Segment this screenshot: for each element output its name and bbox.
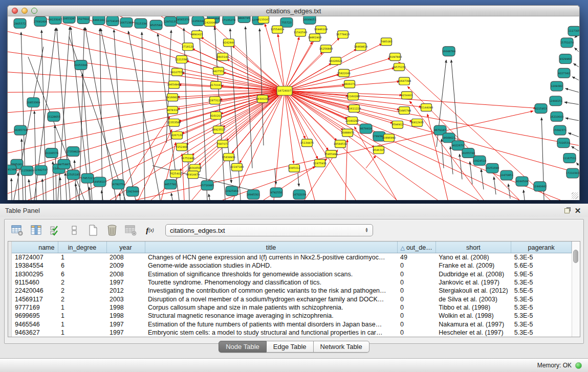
- graph-node[interactable]: 9227342: [558, 68, 570, 78]
- network-canvas[interactable]: 2905572276914061813304710653287152760264…: [7, 16, 580, 200]
- graph-node[interactable]: 17957223: [81, 173, 94, 183]
- graph-node[interactable]: 17016534: [557, 138, 570, 148]
- graph-node[interactable]: 9160203: [210, 112, 222, 119]
- graph-node[interactable]: 15692371: [553, 125, 567, 135]
- column-header-in-degree[interactable]: in_degree: [58, 242, 106, 253]
- graph-node[interactable]: 15128655: [47, 112, 60, 121]
- table-cell[interactable]: 2008: [106, 270, 145, 278]
- table-cell[interactable]: Tibbo et al. (1998): [435, 303, 511, 312]
- graph-node[interactable]: 9890415: [191, 31, 203, 38]
- graph-node[interactable]: 9806074: [343, 80, 355, 88]
- table-cell[interactable]: 1997: [106, 329, 145, 337]
- graph-node[interactable]: 9457791: [164, 180, 177, 189]
- delete-table-icon[interactable]: [105, 224, 119, 237]
- table-cell[interactable]: 5.3E-5: [511, 253, 572, 262]
- graph-node[interactable]: 20206576: [45, 148, 58, 158]
- network-window[interactable]: citations_edges.txt 29055722769140618133…: [7, 5, 580, 200]
- column-header-pagerank[interactable]: pagerank: [511, 242, 572, 253]
- table-cell[interactable]: 5.3E-5: [511, 295, 572, 303]
- graph-node[interactable]: 18300295: [256, 95, 269, 103]
- graph-node[interactable]: 9345012: [288, 164, 300, 172]
- graph-node[interactable]: 17135278: [222, 16, 235, 25]
- tab-edge-table[interactable]: Edge Table: [267, 341, 314, 353]
- graph-node[interactable]: 2391349: [8, 165, 16, 174]
- window-titlebar[interactable]: citations_edges.txt: [7, 5, 580, 16]
- table-cell[interactable]: 5.3E-5: [511, 320, 572, 328]
- table-scrollbar[interactable]: [572, 242, 580, 337]
- graph-node[interactable]: 1117305: [568, 26, 579, 36]
- graph-node[interactable]: 22420046: [203, 18, 216, 26]
- graph-node[interactable]: 19166825: [166, 94, 179, 101]
- graph-node[interactable]: 12923446: [126, 187, 139, 196]
- table-cell[interactable]: 2009: [106, 261, 145, 270]
- graph-node[interactable]: 10647394: [398, 77, 411, 85]
- graph-hub-node[interactable]: 18724007: [277, 86, 292, 95]
- graph-node[interactable]: 10719185: [106, 16, 119, 26]
- table-cell[interactable]: Stergiakouli et al. (2012): [435, 287, 511, 295]
- table-cell[interactable]: Wolkin et al. (1998): [435, 312, 511, 320]
- graph-node[interactable]: 15495794: [398, 107, 411, 115]
- graph-node[interactable]: 12505185: [67, 170, 80, 180]
- table-cell[interactable]: 2: [58, 278, 106, 287]
- graph-node[interactable]: 15751074: [560, 38, 574, 48]
- table-cell[interactable]: 1: [58, 312, 106, 320]
- table-cell[interactable]: 0: [397, 329, 435, 337]
- table-cell[interactable]: 6: [58, 261, 106, 270]
- graph-node[interactable]: 15834931: [222, 154, 235, 161]
- table-cell[interactable]: Jankovic et al. (1997): [435, 278, 511, 287]
- graph-node[interactable]: 11156869: [20, 166, 34, 176]
- table-cell[interactable]: 1: [58, 329, 106, 337]
- graph-node[interactable]: 11542543: [294, 29, 307, 36]
- column-header-year[interactable]: year: [106, 242, 145, 253]
- table-cell[interactable]: Yano et al. (2008): [435, 253, 511, 262]
- table-cell[interactable]: 5.3E-5: [511, 303, 572, 312]
- table-cell[interactable]: Embryonic stem cells: a model to study s…: [145, 329, 397, 337]
- graph-node[interactable]: 12160281: [346, 93, 360, 100]
- graph-node[interactable]: 12554419: [271, 26, 284, 33]
- graph-node[interactable]: 15716485: [201, 181, 214, 190]
- scrollbar-thumb[interactable]: [573, 250, 578, 263]
- table-row[interactable]: 969969511998Structural magnetic resonanc…: [12, 312, 572, 320]
- function-builder-icon[interactable]: f(x): [143, 224, 157, 237]
- zoom-window-button[interactable]: [31, 8, 37, 14]
- graph-node[interactable]: 19861903: [308, 34, 321, 41]
- graph-node[interactable]: 18133047: [49, 16, 62, 24]
- table-cell[interactable]: 9463627: [12, 329, 58, 337]
- graph-node[interactable]: 10197183: [230, 163, 244, 171]
- graph-node[interactable]: 16256843: [319, 45, 333, 53]
- table-cell[interactable]: 2012: [106, 287, 145, 295]
- table-row[interactable]: 1938455462009Genome-wide association stu…: [12, 261, 572, 270]
- graph-node[interactable]: 2803144: [216, 53, 228, 61]
- graph-node[interactable]: 15955494: [324, 150, 338, 158]
- graph-node[interactable]: 22040292: [345, 117, 359, 124]
- graph-node[interactable]: 2718120: [182, 43, 193, 51]
- table-cell[interactable]: 0: [397, 270, 435, 278]
- graph-node[interactable]: 16649051: [303, 16, 316, 24]
- table-cell[interactable]: 0: [397, 261, 435, 270]
- table-cell[interactable]: 0: [397, 295, 435, 303]
- table-cell[interactable]: 0: [397, 303, 435, 312]
- graph-node[interactable]: 16914479: [186, 171, 200, 179]
- graph-node[interactable]: 14702039: [293, 190, 306, 200]
- graph-node[interactable]: 16778413: [336, 31, 350, 38]
- graph-node[interactable]: 7687073: [216, 140, 228, 148]
- node-table[interactable]: name in_degree year title △out_de… short…: [12, 242, 572, 337]
- table-cell[interactable]: Dudbridge et al. (2008): [435, 270, 511, 278]
- graph-node[interactable]: 12353589: [167, 119, 181, 126]
- table-cell[interactable]: 49: [397, 253, 435, 262]
- graph-node[interactable]: 12475931: [313, 159, 326, 167]
- table-cell[interactable]: Hescheler et al. (1997): [435, 329, 511, 337]
- graph-node[interactable]: 9154403: [401, 92, 412, 99]
- table-cell[interactable]: 5.3E-5: [511, 312, 572, 320]
- graph-node[interactable]: 20853369: [27, 98, 40, 107]
- graph-node[interactable]: 9244509: [516, 177, 528, 186]
- graph-node[interactable]: 19654943: [167, 81, 181, 89]
- table-cell[interactable]: 1998: [106, 303, 145, 312]
- table-cell[interactable]: 5.9E-5: [511, 270, 572, 278]
- graph-node[interactable]: 9022670: [452, 141, 464, 150]
- table-cell[interactable]: 2008: [106, 253, 145, 262]
- close-window-button[interactable]: [12, 8, 18, 14]
- graph-node[interactable]: 16026621: [329, 57, 342, 65]
- table-cell[interactable]: 5.3E-5: [511, 278, 572, 287]
- graph-node[interactable]: 1527602: [77, 16, 90, 24]
